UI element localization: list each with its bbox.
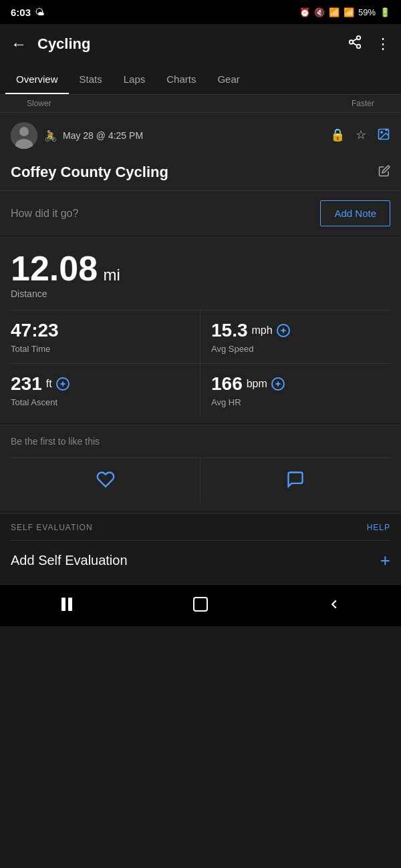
distance-unit: mi — [104, 266, 120, 284]
bottom-nav-menu[interactable] — [50, 594, 84, 614]
pace-slower: Slower — [27, 99, 51, 108]
total-ascent-stat: 231 ft Total Ascent — [11, 363, 200, 417]
sun-icon: 🌤 — [35, 7, 44, 17]
avg-hr-badge — [271, 377, 285, 391]
total-time-value: 47:23 — [11, 320, 59, 341]
total-ascent-unit: ft — [46, 378, 52, 390]
share-button[interactable] — [348, 35, 362, 53]
svg-rect-13 — [61, 598, 65, 611]
total-time-stat: 47:23 Total Time — [11, 310, 200, 363]
total-ascent-value: 231 — [11, 373, 42, 395]
battery-icon: 🔋 — [380, 7, 390, 17]
photo-icon[interactable] — [377, 128, 390, 144]
bottom-nav — [0, 584, 401, 626]
social-actions — [11, 457, 390, 501]
total-ascent-label: Total Ascent — [11, 397, 189, 407]
bike-icon: 🚴 — [44, 130, 57, 142]
note-section: How did it go? Add Note — [0, 190, 401, 236]
note-placeholder[interactable]: How did it go? — [11, 208, 78, 220]
activity-header: 🚴 May 28 @ 4:25 PM 🔒 ☆ — [0, 113, 401, 156]
activity-title: Coffey County Cycling — [11, 164, 168, 181]
nav-actions: ⋮ — [348, 35, 390, 53]
status-bar: 6:03 🌤 ⏰ 🔇 📶 📶 59% 🔋 — [0, 0, 401, 24]
battery-text: 59% — [358, 7, 376, 17]
total-ascent-badge — [56, 377, 70, 391]
bottom-nav-back[interactable] — [317, 594, 351, 614]
avg-speed-unit: mph — [252, 324, 273, 337]
svg-line-3 — [353, 43, 357, 45]
avg-speed-badge — [277, 324, 290, 337]
tab-gear[interactable]: Gear — [207, 64, 250, 94]
svg-point-2 — [357, 45, 361, 49]
pace-faster: Faster — [352, 99, 374, 108]
avatar — [11, 122, 37, 149]
self-eval-add-row[interactable]: Add Self Evaluation + — [11, 540, 390, 575]
signal-icon: 📶 — [344, 7, 354, 17]
tab-stats[interactable]: Stats — [69, 64, 113, 94]
self-eval-help-button[interactable]: HELP — [367, 523, 390, 532]
svg-point-0 — [357, 36, 361, 40]
distance-stat: 12.08 mi Distance — [11, 251, 390, 299]
avg-hr-unit: bpm — [247, 378, 267, 390]
activity-date: May 28 @ 4:25 PM — [63, 130, 143, 141]
self-eval-add-icon[interactable]: + — [380, 550, 390, 571]
tab-overview[interactable]: Overview — [5, 64, 69, 94]
self-eval-header: SELF EVALUATION HELP — [11, 523, 390, 532]
status-time: 6:03 — [11, 7, 31, 18]
svg-line-4 — [353, 39, 357, 41]
edit-title-button[interactable] — [378, 165, 390, 180]
wifi-icon: 📶 — [329, 7, 340, 17]
page-title: Cycling — [37, 35, 348, 53]
tab-laps[interactable]: Laps — [113, 64, 156, 94]
self-eval-add-label: Add Self Evaluation — [11, 553, 128, 568]
lock-icon[interactable]: 🔒 — [330, 128, 345, 144]
svg-rect-14 — [68, 598, 72, 611]
bottom-nav-home[interactable] — [184, 594, 217, 614]
more-menu-button[interactable]: ⋮ — [376, 35, 390, 53]
alarm-icon: ⏰ — [299, 7, 310, 17]
stats-section: 12.08 mi Distance 47:23 Total Time 15.3 … — [0, 237, 401, 423]
distance-label: Distance — [11, 288, 390, 299]
avg-speed-label: Avg Speed — [211, 344, 390, 354]
self-eval-title: SELF EVALUATION — [11, 523, 93, 532]
self-evaluation-section: SELF EVALUATION HELP Add Self Evaluation… — [0, 513, 401, 584]
nav-bar: ← Cycling ⋮ — [0, 24, 401, 64]
activity-meta: 🚴 May 28 @ 4:25 PM 🔒 ☆ — [44, 128, 390, 144]
like-button[interactable] — [11, 458, 200, 501]
tab-charts[interactable]: Charts — [156, 64, 207, 94]
star-icon[interactable]: ☆ — [356, 128, 366, 144]
total-time-label: Total Time — [11, 344, 189, 354]
svg-rect-15 — [194, 598, 207, 611]
svg-point-6 — [19, 127, 29, 136]
comment-button[interactable] — [200, 458, 390, 501]
stats-grid: 47:23 Total Time 15.3 mph Avg Speed 23 — [11, 310, 390, 417]
meta-action-icons: 🔒 ☆ — [330, 128, 390, 144]
svg-point-9 — [381, 131, 383, 133]
back-button[interactable]: ← — [11, 35, 27, 53]
pace-hints: Slower Faster — [0, 95, 401, 113]
mute-icon: 🔇 — [314, 7, 325, 17]
avg-speed-value: 15.3 — [211, 320, 248, 341]
avg-hr-value: 166 — [211, 373, 243, 395]
avg-hr-label: Avg HR — [211, 397, 390, 407]
like-text: Be the first to like this — [11, 436, 390, 447]
status-icons: ⏰ 🔇 📶 📶 59% 🔋 — [299, 7, 390, 17]
avg-speed-stat: 15.3 mph Avg Speed — [200, 310, 390, 363]
social-section: Be the first to like this — [0, 425, 401, 511]
tabs-bar: Overview Stats Laps Charts Gear — [0, 64, 401, 95]
activity-title-section: Coffey County Cycling — [0, 156, 401, 190]
svg-point-1 — [350, 40, 354, 44]
add-note-button[interactable]: Add Note — [320, 200, 390, 226]
distance-value: 12.08 — [11, 249, 98, 288]
avg-hr-stat: 166 bpm Avg HR — [200, 363, 390, 417]
